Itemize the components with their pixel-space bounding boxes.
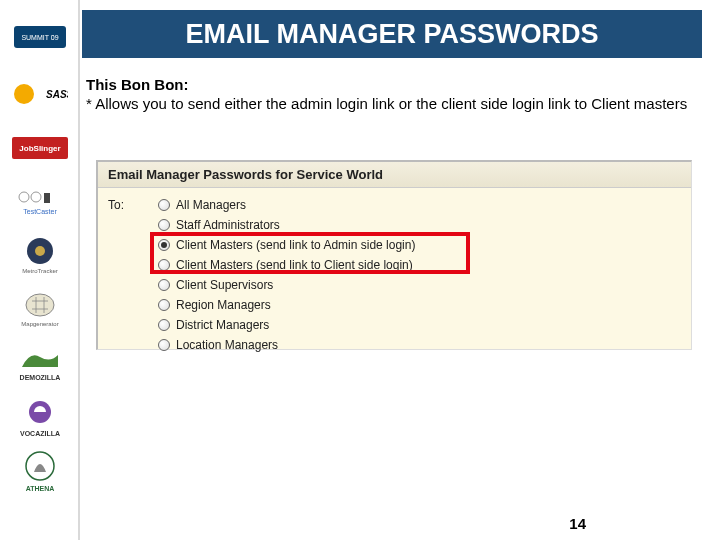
- svg-text:ATHENA: ATHENA: [26, 485, 55, 492]
- radio-row-client-masters-client[interactable]: Client Masters (send link to Client side…: [158, 256, 415, 274]
- svg-text:SUMMIT 09: SUMMIT 09: [21, 34, 58, 41]
- svg-text:Mapgenerator: Mapgenerator: [21, 321, 58, 327]
- radio-icon: [158, 279, 170, 291]
- jobslinger-logo: JobSlinger: [10, 128, 70, 168]
- slide: SUMMIT 09 SASSIE JobSlinger TestCaster M…: [0, 0, 720, 540]
- svg-text:MetroTracker: MetroTracker: [22, 268, 57, 274]
- logo-sidebar: SUMMIT 09 SASSIE JobSlinger TestCaster M…: [10, 20, 72, 492]
- radio-icon: [158, 199, 170, 211]
- intro-text: This Bon Bon: * Allows you to send eithe…: [86, 76, 694, 114]
- radio-label: Client Masters (send link to Client side…: [176, 258, 413, 272]
- svg-text:TestCaster: TestCaster: [23, 208, 57, 215]
- radio-icon: [158, 239, 170, 251]
- radio-icon: [158, 259, 170, 271]
- title-bar: EMAIL MANAGER PASSWORDS: [82, 10, 702, 58]
- radio-group: All Managers Staff Administrators Client…: [158, 196, 415, 354]
- radio-icon: [158, 339, 170, 351]
- svg-text:VOCAZILLA: VOCAZILLA: [20, 430, 60, 437]
- radio-label: Client Supervisors: [176, 278, 273, 292]
- radio-label: Client Masters (send link to Admin side …: [176, 238, 415, 252]
- vertical-rule: [78, 0, 80, 540]
- radio-row-district-managers[interactable]: District Managers: [158, 316, 415, 334]
- radio-row-region-managers[interactable]: Region Managers: [158, 296, 415, 314]
- testcaster-logo: TestCaster: [10, 182, 70, 222]
- to-label: To:: [108, 196, 158, 354]
- intro-line: * Allows you to send either the admin lo…: [86, 95, 687, 112]
- svg-point-7: [31, 192, 41, 202]
- svg-point-13: [26, 294, 54, 316]
- metrotracker-logo: MetroTracker: [10, 236, 70, 276]
- svg-point-6: [19, 192, 29, 202]
- radio-icon: [158, 319, 170, 331]
- sassie-logo: SASSIE: [10, 74, 70, 114]
- vocazilla-logo: VOCAZILLA: [10, 398, 70, 438]
- radio-row-staff-admins[interactable]: Staff Administrators: [158, 216, 415, 234]
- radio-row-client-supervisors[interactable]: Client Supervisors: [158, 276, 415, 294]
- demozilla-logo: DEMOZILLA: [10, 344, 70, 384]
- svg-text:DEMOZILLA: DEMOZILLA: [20, 374, 61, 381]
- radio-icon: [158, 219, 170, 231]
- svg-text:JobSlinger: JobSlinger: [19, 144, 60, 153]
- radio-row-location-managers[interactable]: Location Managers: [158, 336, 415, 354]
- radio-icon: [158, 299, 170, 311]
- radio-label: All Managers: [176, 198, 246, 212]
- athena-logo: ATHENA: [10, 452, 70, 492]
- mapgenerator-logo: Mapgenerator: [10, 290, 70, 330]
- page-number: 14: [569, 515, 586, 532]
- panel-heading: Email Manager Passwords for Service Worl…: [98, 162, 691, 188]
- summit-logo: SUMMIT 09: [10, 20, 70, 60]
- radio-row-client-masters-admin[interactable]: Client Masters (send link to Admin side …: [158, 236, 415, 254]
- intro-lead: This Bon Bon:: [86, 76, 188, 93]
- radio-label: District Managers: [176, 318, 269, 332]
- radio-row-all-managers[interactable]: All Managers: [158, 196, 415, 214]
- svg-text:SASSIE: SASSIE: [46, 89, 68, 100]
- svg-point-11: [35, 246, 45, 256]
- screenshot-panel: Email Manager Passwords for Service Worl…: [96, 160, 692, 350]
- panel-body: To: All Managers Staff Administrators Cl…: [98, 188, 691, 362]
- radio-label: Location Managers: [176, 338, 278, 352]
- radio-label: Region Managers: [176, 298, 271, 312]
- svg-point-2: [14, 84, 34, 104]
- svg-rect-8: [44, 193, 50, 203]
- radio-label: Staff Administrators: [176, 218, 280, 232]
- slide-title: EMAIL MANAGER PASSWORDS: [185, 19, 598, 50]
